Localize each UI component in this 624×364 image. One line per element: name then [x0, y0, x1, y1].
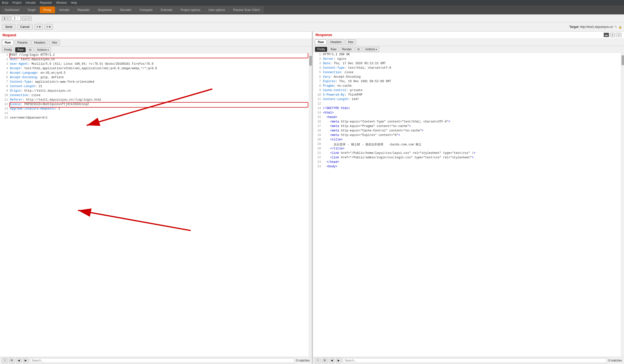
tab-sequencer[interactable]: Sequencer — [94, 6, 116, 13]
nav-fwd-button[interactable]: > ▾ — [44, 24, 53, 30]
request-line: 3User-Agent: Mozilla/5.0 (X11; Linux x86… — [0, 62, 309, 67]
request-scroll-thumb — [309, 56, 312, 66]
tab-proxy[interactable]: Proxy — [40, 6, 55, 13]
close-icon[interactable]: × — [7, 17, 8, 20]
sub-btn-raw[interactable]: Raw — [328, 47, 339, 52]
tab-user-options[interactable]: User options — [205, 6, 229, 13]
repeater-tab-...[interactable]: ...× — [22, 16, 32, 21]
line-content: <link href="/Public/home/layui/css/layui… — [323, 151, 620, 156]
request-line: 4Accept: text/html,application/xhtml+xml… — [0, 67, 309, 71]
request-line: 7Content-Type: application/x-www-form-ur… — [0, 80, 309, 85]
request-code-area: 1POST //Log/login HTTP/1.12Host: test1.d… — [0, 53, 309, 357]
request-scrollbar[interactable] — [309, 53, 312, 357]
sub-btn-nn[interactable]: \n — [27, 47, 34, 52]
sub-btn-nn[interactable]: \n — [355, 47, 362, 52]
response-line: 22 <link href="/Public/admin/login/css/l… — [313, 156, 621, 160]
repeater-tab-2[interactable]: 2× — [12, 16, 21, 21]
response-search-input[interactable] — [343, 358, 607, 363]
repeater-tab-1[interactable]: 1× — [1, 16, 11, 21]
line-number: 1 — [1, 53, 8, 58]
tab-dashboard[interactable]: Dashboard — [1, 6, 23, 13]
nav-right-icon[interactable]: ▶ — [23, 358, 28, 363]
tab-extender[interactable]: Extender — [157, 6, 176, 13]
request-line: 12Cookie: PHPSESSID=3bdt2quievoftj6tk350… — [0, 103, 309, 107]
nav-back-button[interactable]: < ▾ — [34, 24, 43, 30]
request-panel-title: Request — [0, 32, 312, 39]
tab-intruder[interactable]: Intruder — [56, 6, 73, 13]
line-number: 13 — [1, 107, 8, 112]
view-split-v-icon[interactable]: | — [610, 33, 615, 37]
request-line: 5Accept-Language: en-US,en;q=0.5 — [0, 71, 309, 76]
menu-project[interactable]: Project — [12, 1, 21, 4]
resp-nav-right-icon[interactable]: ▶ — [336, 358, 341, 363]
line-content — [10, 112, 308, 116]
send-button[interactable]: Send — [2, 24, 15, 30]
line-number: 9 — [314, 89, 321, 93]
line-content: Content-Length: 1447 — [323, 98, 620, 102]
tab-repeater[interactable]: Repeater — [74, 6, 93, 13]
menu-window[interactable]: Window — [56, 1, 67, 4]
line-number: 3 — [1, 62, 8, 67]
line-content: Upgrade-Insecure-Requests: 1 — [10, 107, 308, 112]
line-number: 21 — [314, 151, 321, 156]
panel-tab-headers[interactable]: Headers — [328, 39, 344, 45]
line-content: <!DOCTYPE html> — [323, 107, 620, 111]
panel-tab-params[interactable]: Params — [15, 40, 30, 45]
line-content: Cache-control: private — [323, 89, 620, 93]
response-line: 13<!DOCTYPE html> — [313, 107, 621, 111]
line-content: <html> — [323, 111, 620, 116]
nav-left-icon[interactable]: ◀ — [16, 358, 21, 363]
line-number: 8 — [1, 85, 8, 89]
panel-tab-hex[interactable]: Hex — [49, 40, 60, 45]
view-single-icon[interactable]: ▪ — [616, 33, 622, 37]
sub-btn-raw[interactable]: Raw — [15, 47, 26, 52]
sub-btn-pretty[interactable]: Pretty — [315, 47, 327, 52]
cancel-button[interactable]: Cancel — [17, 24, 33, 30]
tab-target[interactable]: Target — [24, 6, 39, 13]
tab-project-options[interactable]: Project options — [177, 6, 204, 13]
resp-nav-left-icon[interactable]: ◀ — [329, 358, 334, 363]
view-split-h-icon[interactable]: ▬ — [604, 33, 609, 37]
close-icon[interactable]: × — [17, 17, 18, 20]
menu-burp[interactable]: Burp — [2, 1, 8, 4]
sub-btn-pretty[interactable]: Pretty — [2, 47, 14, 52]
request-search-input[interactable] — [30, 358, 295, 363]
line-content: Accept-Encoding: gzip, deflate — [10, 76, 308, 80]
menu-repeater[interactable]: Repeater — [40, 1, 52, 4]
line-number: 14 — [314, 111, 321, 116]
request-line: 11Referer: http://test1.dayuixiyou.cn//L… — [0, 98, 309, 103]
request-line: 1POST //Log/login HTTP/1.1 — [0, 53, 309, 58]
response-line: 6Vary: Accept-Encoding — [313, 75, 621, 80]
line-number: 8 — [314, 84, 321, 89]
line-content: 后台登录 - 骑士财 - 请勿法非使用 -baidu.com.com 骑士 — [323, 142, 620, 147]
edit-icon[interactable]: ✎ — [615, 25, 617, 29]
request-line: 10Connection: close — [0, 94, 309, 98]
resp-settings-icon[interactable]: ⚙ — [322, 358, 327, 363]
line-number: 20 — [314, 138, 321, 142]
sub-btn-actions[interactable]: Actions — [35, 47, 51, 52]
line-content: </title> — [323, 147, 620, 151]
resp-help-icon[interactable]: ? — [315, 358, 320, 363]
menu-intruder[interactable]: Intruder — [26, 1, 36, 4]
target-label: Target: http://test1.dayuixiyou.cn — [569, 25, 613, 29]
tab-comparer[interactable]: Comparer — [136, 6, 156, 13]
panel-tab-raw[interactable]: Raw — [315, 39, 327, 45]
response-sub-toolbar: PrettyRawRender\nActions — [313, 46, 624, 53]
panel-tab-headers[interactable]: Headers — [31, 40, 48, 45]
tab-passive-scan-client[interactable]: Passive Scan Client — [229, 6, 263, 13]
panel-tab-raw[interactable]: Raw — [2, 40, 14, 45]
line-content: <meta http-equiv="Expires" content="0"> — [323, 133, 620, 138]
sub-btn-render[interactable]: Render — [340, 47, 354, 52]
response-line: 4Content-Type: text/html; charset=utf-8 — [313, 66, 621, 71]
close-icon[interactable]: × — [28, 17, 29, 20]
tab-decoder[interactable]: Decoder — [117, 6, 135, 13]
line-content: Vary: Accept-Encoding — [323, 75, 620, 80]
panel-tab-hex[interactable]: Hex — [345, 39, 356, 45]
menu-help[interactable]: Help — [71, 1, 77, 4]
help-icon[interactable]: ? — [2, 358, 7, 363]
response-scrollbar[interactable] — [621, 53, 624, 357]
settings-icon[interactable]: ⚙ — [9, 358, 14, 363]
line-content: Accept-Language: en-US,en;q=0.5 — [10, 71, 308, 76]
line-number: 4 — [314, 66, 321, 71]
sub-btn-actions[interactable]: Actions — [363, 47, 379, 52]
